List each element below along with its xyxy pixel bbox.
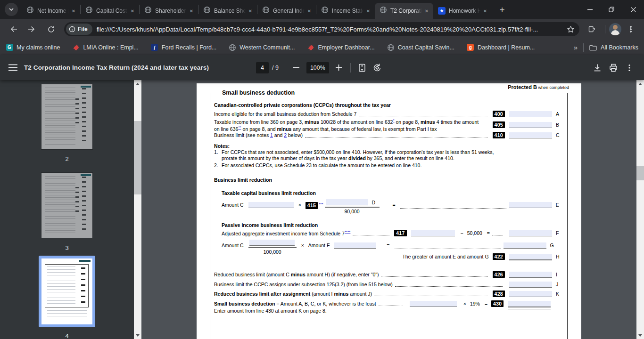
fit-page-icon (357, 63, 367, 73)
input-field-415[interactable] (326, 199, 368, 205)
toolbar-right-cluster (582, 22, 640, 37)
maple-leaf-icon (73, 44, 80, 51)
note-2: 2. For associated CCPCs, use Schedule 23… (214, 162, 561, 169)
scroll-up-arrow[interactable] (134, 80, 141, 88)
browser-tab-shareholder[interactable]: Shareholder✕ (140, 3, 198, 19)
input-field-400[interactable] (509, 111, 552, 117)
bookmark-item[interactable]: gDashboard | Resum... (467, 44, 535, 51)
tab-close-button[interactable]: ✕ (305, 7, 313, 15)
result-field-F[interactable] (509, 230, 552, 236)
tab-close-button[interactable]: ✕ (247, 7, 254, 15)
zoom-in-button[interactable] (334, 63, 344, 73)
download-button[interactable] (589, 60, 605, 76)
print-button[interactable] (605, 60, 621, 76)
page-thumbnail-2[interactable] (41, 84, 92, 149)
bookmark-item[interactable]: Coast Capital Savin... (387, 44, 454, 51)
browser-tab-homework-h[interactable]: ★Homework H✕ (433, 3, 492, 19)
pdf-document-title: T2 Corporation Income Tax Return (2024 a… (24, 64, 209, 71)
amount-f-field[interactable] (334, 242, 376, 249)
browser-menu-button[interactable] (623, 22, 638, 37)
tcblr-header: Taxable capital business limit reduction (222, 190, 316, 196)
browser-tab-t2-corporati[interactable]: T2 Corporati✕ (375, 3, 433, 19)
profile-avatar[interactable] (609, 23, 621, 35)
note-text: For CCPCs that are not associated, enter… (222, 149, 494, 161)
row-letter: A (556, 111, 561, 117)
sidebar-scrollbar[interactable] (134, 80, 141, 339)
close-window-button[interactable] (622, 0, 644, 19)
url-text[interactable]: file:///C:/Users/khush/AppData/Local/Tem… (97, 26, 563, 33)
browser-tab-balance-shee[interactable]: Balance Shee✕ (198, 3, 257, 19)
ford-icon: f (151, 44, 158, 51)
bookmark-item[interactable]: Western Communit... (229, 44, 295, 51)
bookmark-item[interactable]: GMy claims online (6, 44, 60, 51)
tab-close-button[interactable]: ✕ (364, 7, 372, 15)
amount-c-field[interactable] (248, 202, 294, 208)
footnote-link[interactable]: *** (319, 202, 323, 206)
result-field-G[interactable] (504, 242, 546, 249)
amount-c-field[interactable] (249, 240, 295, 246)
page-thumbnail-4[interactable] (39, 256, 95, 327)
browser-tab-general-inde[interactable]: General Inde✕ (257, 3, 316, 19)
minimize-button[interactable] (579, 0, 601, 19)
zoom-out-button[interactable] (291, 63, 302, 73)
fit-page-button[interactable] (357, 63, 367, 73)
globe-favicon (85, 6, 93, 16)
zoom-level-input[interactable]: 100% (306, 62, 329, 73)
forward-button[interactable] (25, 22, 40, 37)
input-field-J[interactable] (509, 282, 552, 288)
bookmark-item[interactable]: fFord Recalls | Ford... (151, 44, 216, 51)
sidebar-scrollbar-thumb[interactable] (134, 121, 141, 194)
new-tab-button[interactable]: + (495, 3, 509, 16)
tab-close-button[interactable]: ✕ (188, 7, 195, 15)
viewer-scrollbar[interactable] (636, 80, 644, 339)
bookmark-item[interactable]: LMIA Online : Empl... (72, 44, 138, 51)
tab-close-button[interactable]: ✕ (481, 7, 489, 15)
scroll-down-arrow[interactable] (636, 331, 644, 339)
page-number-input[interactable]: 4 (256, 62, 269, 73)
note-text: Enter amount from line 430 at amount K o… (214, 308, 327, 314)
bookmarks-overflow-button[interactable]: » (574, 43, 578, 51)
scroll-down-arrow[interactable] (134, 331, 141, 339)
reload-button[interactable] (43, 22, 58, 37)
pdf-menu-button[interactable] (8, 64, 17, 71)
rotate-button[interactable] (372, 63, 382, 73)
rotate-icon (372, 63, 382, 73)
maximize-button[interactable] (601, 0, 622, 19)
bookmark-item[interactable]: Employer Dashboar... (307, 44, 374, 51)
tab-close-button[interactable]: ✕ (70, 7, 77, 15)
input-field-410[interactable] (509, 132, 552, 138)
scroll-up-arrow[interactable] (636, 80, 644, 88)
extensions-button[interactable] (584, 22, 599, 37)
bookmark-star-button[interactable] (567, 25, 575, 33)
browser-tab-capital-cost[interactable]: Capital Cost✕ (81, 3, 139, 19)
back-button[interactable] (6, 22, 21, 37)
all-bookmarks-label: All Bookmarks (601, 44, 638, 51)
browser-tab-income-state[interactable]: Income State✕ (316, 3, 375, 19)
protected-b-label: Protected B when completed (508, 84, 569, 90)
site-info-chip[interactable]: File (66, 24, 92, 35)
tab-close-button[interactable]: ✕ (423, 7, 430, 15)
minus-sign: − (461, 230, 463, 236)
input-field-405[interactable] (509, 122, 552, 128)
tab-close-button[interactable]: ✕ (129, 7, 136, 15)
info-icon (69, 26, 75, 32)
tab-title: Balance Shee (214, 8, 247, 14)
address-bar[interactable]: File file:///C:/Users/khush/AppData/Loca… (64, 22, 579, 36)
browser-tab-net-income-[interactable]: Net Income (✕ (22, 3, 80, 19)
row-label: Reduced business limit (amount C minus a… (214, 272, 379, 277)
least-amount-field[interactable] (410, 301, 457, 307)
input-field-417[interactable] (411, 230, 455, 236)
input-field-428[interactable] (509, 291, 552, 297)
result-field-E[interactable] (509, 202, 552, 208)
viewer-scrollbar-thumb[interactable] (636, 166, 644, 180)
bookmark-label: My claims online (17, 44, 60, 51)
result-field-H[interactable] (509, 254, 552, 260)
input-field-426[interactable] (509, 272, 552, 278)
result-field-430[interactable] (508, 301, 551, 307)
all-bookmarks-button[interactable]: All Bookmarks (589, 44, 638, 51)
page-thumbnail-3[interactable] (41, 173, 92, 238)
section-title: Small business deduction (218, 89, 298, 96)
pdf-more-button[interactable] (621, 60, 637, 76)
form-row-400: Income eligible for the small business d… (214, 110, 561, 118)
tab-search-button[interactable] (5, 3, 18, 16)
